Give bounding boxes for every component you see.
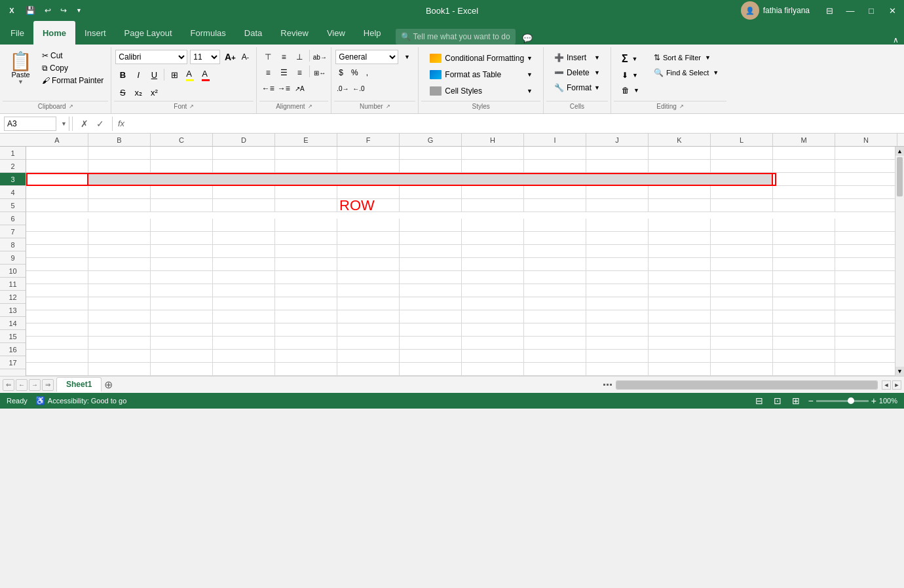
row-header-10[interactable]: 10 [0,265,26,278]
row-header-11[interactable]: 11 [0,278,26,291]
cell-i3[interactable] [524,173,586,186]
cell-m1[interactable] [773,147,835,160]
minimize-btn[interactable]: — [844,4,857,17]
subscript-btn[interactable]: x₂ [131,85,145,100]
underline-button[interactable]: U [147,67,161,82]
align-middle-btn[interactable]: ≡ [276,50,291,64]
cell-h2[interactable] [462,160,524,173]
zoom-plus-btn[interactable]: + [871,395,876,406]
cond-fmt-dropdown-icon[interactable]: ▼ [527,55,533,62]
page-break-view-btn[interactable]: ⊞ [789,394,802,407]
row-header-14[interactable]: 14 [0,317,26,330]
scroll-track[interactable] [895,156,904,367]
cell-d1[interactable] [213,147,275,160]
col-header-j[interactable]: J [586,134,649,146]
align-bottom-btn[interactable]: ⊥ [292,50,307,64]
cell-k4[interactable] [649,186,711,199]
row-header-9[interactable]: 9 [0,251,26,265]
formula-cancel-btn[interactable]: ✗ [78,117,91,130]
vertical-scrollbar[interactable]: ▲ ▼ [895,147,904,376]
cell-j3[interactable] [586,173,649,186]
insert-cells-dropdown[interactable]: ▼ [594,54,600,61]
qat-undo[interactable]: ↩ [43,5,53,16]
fill-color-button[interactable]: A [183,67,197,82]
tell-me-search[interactable]: 🔍 Tell me what you want to do [396,29,516,45]
autosum-button[interactable]: Σ ▼ [616,51,645,67]
col-header-i[interactable]: I [524,134,586,146]
cell-j5[interactable] [586,199,649,212]
cell-g3[interactable] [400,173,462,186]
cell-g1[interactable] [400,147,462,160]
delete-cells-button[interactable]: ➖ Delete ▼ [549,66,605,79]
cell-m2[interactable] [773,160,835,173]
row-header-5[interactable]: 5 [0,199,26,212]
sheet-nav-next[interactable]: → [29,379,41,391]
col-header-d[interactable]: D [213,134,275,146]
wrap-text-btn[interactable]: ab→ [312,50,327,64]
name-box[interactable]: A3 [4,117,56,131]
cell-h5[interactable] [462,199,524,212]
ribbon-display-btn[interactable]: ⊟ [823,4,836,17]
tab-home[interactable]: Home [33,21,75,45]
cell-e1[interactable] [275,147,337,160]
copy-button[interactable]: ⧉ Copy [39,62,107,74]
decrease-font-size-btn[interactable]: A- [238,50,252,64]
paste-button[interactable]: 📋 Paste ▼ [4,50,37,88]
cell-l2[interactable] [711,160,773,173]
cell-i1[interactable] [524,147,586,160]
share-btn[interactable]: 💬 [521,31,534,45]
align-center-btn[interactable]: ☰ [276,65,291,80]
sheet-nav-prev[interactable]: ← [16,379,28,391]
sheet-nav-last[interactable]: ⇒ [42,379,54,391]
close-btn[interactable]: ✕ [886,4,899,17]
scroll-down-btn[interactable]: ▼ [895,367,904,376]
clipboard-expand-icon[interactable]: ↗ [69,103,73,109]
tab-file[interactable]: File [1,21,33,45]
col-header-n[interactable]: N [835,134,897,146]
cell-e3[interactable] [275,173,337,186]
row-header-13[interactable]: 13 [0,304,26,317]
cell-d4[interactable] [213,186,275,199]
col-header-g[interactable]: G [400,134,462,146]
tab-review[interactable]: Review [271,21,318,45]
sheet-nav-first[interactable]: ⇐ [3,379,14,391]
maximize-btn[interactable]: □ [865,4,878,17]
cell-e2[interactable] [275,160,337,173]
font-color-button[interactable]: A [198,67,213,82]
delete-cells-dropdown[interactable]: ▼ [594,69,600,76]
align-top-btn[interactable]: ⊤ [261,50,275,64]
sheet-tab-sheet1[interactable]: Sheet1 [56,377,102,392]
h-scrollbar-thumb[interactable] [616,381,877,389]
tab-view[interactable]: View [318,21,354,45]
cell-f1[interactable] [337,147,400,160]
find-select-button[interactable]: 🔍 Find & Select ▼ [649,66,724,79]
merge-cells-btn[interactable]: ⊞↔ [312,65,327,80]
format-cells-button[interactable]: 🔧 Format ▼ [549,81,605,94]
formula-input[interactable] [130,117,900,131]
sort-filter-button[interactable]: ⇅ Sort & Filter ▼ [649,51,724,64]
format-painter-button[interactable]: 🖌 Format Painter [39,75,107,86]
alignment-expand-icon[interactable]: ↗ [308,103,312,109]
number-expand-icon[interactable]: ↗ [386,103,390,109]
cell-g5[interactable] [400,199,462,212]
cell-h3[interactable] [462,173,524,186]
col-header-l[interactable]: L [711,134,773,146]
conditional-formatting-button[interactable]: Conditional Formatting ▼ [424,51,538,65]
cell-h1[interactable] [462,147,524,160]
cell-l3[interactable] [711,173,773,186]
cell-b1[interactable] [88,147,151,160]
cell-n3[interactable] [835,173,897,186]
page-layout-view-btn[interactable]: ⊡ [771,394,784,407]
row-header-16[interactable]: 16 [0,343,26,356]
strikethrough-btn[interactable]: S [115,85,130,100]
normal-view-btn[interactable]: ⊟ [753,394,766,407]
font-size-select[interactable]: 11 [190,50,220,64]
cell-c1[interactable] [151,147,213,160]
cell-d5[interactable] [213,199,275,212]
cut-button[interactable]: ✂ Cut [39,50,107,62]
fill-button[interactable]: ⬇ ▼ [616,69,645,82]
cell-f3[interactable] [337,173,400,186]
cell-i4[interactable] [524,186,586,199]
align-left-btn[interactable]: ≡ [261,65,275,80]
cell-i5[interactable] [524,199,586,212]
